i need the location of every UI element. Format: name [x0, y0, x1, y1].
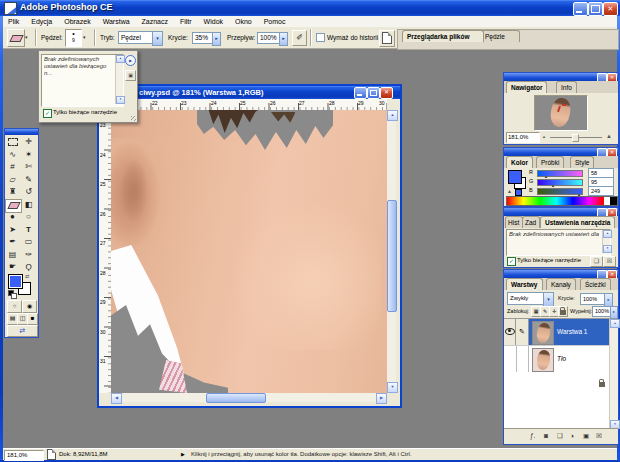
- color-titlebar[interactable]: ✕: [504, 148, 618, 156]
- navigator-zoom-thumb[interactable]: [572, 134, 579, 142]
- app-minimize-button[interactable]: [573, 2, 588, 16]
- opacity-slider-arrow[interactable]: ▸: [212, 32, 221, 46]
- mode-select-arrow[interactable]: ▾: [152, 31, 163, 46]
- tab-tool-presets[interactable]: Ustawienia narzędzia: [540, 216, 615, 228]
- presets-current-tool-checkbox[interactable]: ✓: [507, 257, 516, 266]
- layer-effects-button[interactable]: ƒ.: [530, 432, 535, 439]
- magic-wand-tool[interactable]: ✶: [21, 149, 36, 161]
- adjustment-layer-button[interactable]: ◑: [570, 432, 574, 439]
- erase-history-checkbox[interactable]: [316, 33, 325, 42]
- tab-file-browser[interactable]: Przeglądarka plików: [402, 30, 484, 42]
- fullscreen-button[interactable]: ■: [27, 313, 38, 325]
- tab-color[interactable]: Kolor: [506, 156, 533, 168]
- canvas[interactable]: [111, 110, 387, 393]
- tab-channels[interactable]: Kanały: [546, 278, 576, 290]
- blur-tool[interactable]: ●: [5, 211, 20, 223]
- tab-layers[interactable]: Warstwy: [506, 278, 543, 290]
- preset-scrollbar[interactable]: ▲ ▼: [115, 55, 123, 104]
- rectangular-marquee-tool[interactable]: [5, 136, 20, 148]
- status-zoom-field[interactable]: 181,0%: [4, 450, 44, 461]
- swap-colors-icon[interactable]: ⇄: [25, 273, 29, 279]
- dodge-tool[interactable]: ○: [21, 211, 36, 223]
- file-browser-button[interactable]: [379, 30, 395, 47]
- layer1-thumbnail[interactable]: [532, 321, 554, 345]
- tab-swatches[interactable]: Próbki: [536, 156, 564, 168]
- standard-mode-button[interactable]: ○: [7, 300, 22, 313]
- tab-brushes[interactable]: Pędzle: [480, 30, 520, 42]
- new-preset-button[interactable]: ▣: [125, 70, 136, 81]
- channel-g-slider[interactable]: [537, 179, 583, 186]
- healing-brush-tool[interactable]: ▱: [5, 174, 20, 186]
- layer-row-tlo[interactable]: Tło: [504, 345, 610, 372]
- color-spectrum-bar[interactable]: [506, 196, 618, 206]
- preset-scroll-up[interactable]: ▲: [116, 55, 125, 63]
- active-paint-cell[interactable]: ✎: [516, 319, 529, 345]
- layers-opacity-arrow[interactable]: ▸: [604, 293, 613, 307]
- navigator-preview[interactable]: [534, 95, 588, 131]
- vertical-scroll-thumb[interactable]: [387, 200, 397, 312]
- tool-dropdown-arrow[interactable]: ▾: [25, 34, 28, 40]
- color-fg-swatch[interactable]: [508, 170, 522, 184]
- presets-list[interactable]: Brak zdefiniowanych ustawień dla bieżące…: [506, 229, 611, 256]
- lasso-tool[interactable]: ∿: [5, 149, 20, 161]
- menu-filtr[interactable]: Filtr: [175, 18, 197, 25]
- popup-resize-grip[interactable]: [131, 116, 136, 121]
- gamut-swatch[interactable]: [515, 189, 522, 196]
- menu-pomoc[interactable]: Pomoc: [259, 18, 291, 25]
- scroll-right-button[interactable]: ▶: [376, 393, 387, 404]
- scroll-left-button[interactable]: ◀: [111, 393, 122, 404]
- document-close-button[interactable]: ✕: [380, 87, 393, 99]
- menu-widok[interactable]: Widok: [199, 18, 228, 25]
- notes-tool[interactable]: ▤: [5, 249, 20, 261]
- scroll-down-button[interactable]: ▼: [387, 382, 398, 393]
- preset-menu-button[interactable]: ▶: [125, 55, 136, 66]
- menu-okno[interactable]: Okno: [230, 18, 257, 25]
- presets-scroll-down[interactable]: ▼: [603, 245, 612, 253]
- menu-obrazek[interactable]: Obrazek: [59, 18, 95, 25]
- presets-scroll-up[interactable]: ▲: [603, 230, 612, 238]
- eraser-tool-button[interactable]: [7, 29, 25, 47]
- navigator-zoom-field[interactable]: 181,0%: [506, 132, 540, 143]
- shape-tool[interactable]: ▭: [21, 236, 36, 248]
- brush-preset-preview[interactable]: • 9: [65, 29, 82, 47]
- zoom-out-icon[interactable]: ▲: [542, 134, 546, 139]
- layer2-thumbnail[interactable]: [532, 348, 554, 372]
- history-brush-tool[interactable]: ↺: [21, 186, 36, 198]
- layers-scrollbar[interactable]: ▲ ▼: [609, 319, 618, 429]
- app-close-button[interactable]: ✕: [603, 2, 618, 16]
- hand-tool[interactable]: ☛: [5, 261, 20, 273]
- blend-mode-select[interactable]: Zwykły: [507, 292, 547, 305]
- airbrush-toggle[interactable]: ✐: [292, 30, 307, 46]
- document-maximize-button[interactable]: [367, 87, 380, 99]
- menu-zaznacz[interactable]: Zaznacz: [137, 18, 173, 25]
- layer-mask-button[interactable]: ◙: [544, 432, 548, 439]
- brush-tool[interactable]: ✎: [21, 174, 36, 186]
- app-maximize-button[interactable]: [588, 2, 603, 16]
- presets-titlebar[interactable]: ✕: [504, 208, 618, 216]
- layer-set-button[interactable]: ❏: [557, 432, 563, 440]
- gradient-tool[interactable]: ◧: [21, 199, 36, 211]
- tab-navigator[interactable]: Nawigator: [506, 81, 547, 93]
- presets-scrollbar[interactable]: ▲ ▼: [602, 230, 610, 253]
- menu-warstwa[interactable]: Warstwa: [98, 18, 135, 25]
- imageready-button[interactable]: ⇄: [7, 325, 38, 337]
- path-selection-tool[interactable]: ➤: [5, 224, 20, 236]
- gamut-warning-icon[interactable]: ▲: [507, 188, 512, 194]
- current-tool-only-checkbox[interactable]: ✓: [43, 109, 52, 118]
- navigator-titlebar[interactable]: ✕: [504, 73, 618, 81]
- foreground-color-swatch[interactable]: [8, 274, 23, 289]
- horizontal-scroll-thumb[interactable]: [206, 393, 266, 403]
- zoom-tool[interactable]: Ϙ: [21, 261, 36, 273]
- document-minimize-button[interactable]: [354, 87, 367, 99]
- flow-slider-arrow[interactable]: ▸: [279, 32, 288, 46]
- layers-titlebar[interactable]: ✕: [504, 270, 618, 278]
- preset-list[interactable]: Brak zdefiniowanych ustawień dla bieżące…: [41, 54, 124, 107]
- slice-tool[interactable]: ✄: [21, 161, 36, 173]
- move-tool[interactable]: ✛: [21, 136, 36, 148]
- type-tool[interactable]: T: [21, 224, 36, 236]
- layers-scroll-up[interactable]: ▲: [610, 319, 620, 328]
- link-cell-empty[interactable]: [516, 346, 529, 372]
- pen-tool[interactable]: ✒: [5, 236, 20, 248]
- presets-delete-button[interactable]: ☒: [603, 256, 616, 267]
- toolbox-titlebar[interactable]: [5, 129, 38, 135]
